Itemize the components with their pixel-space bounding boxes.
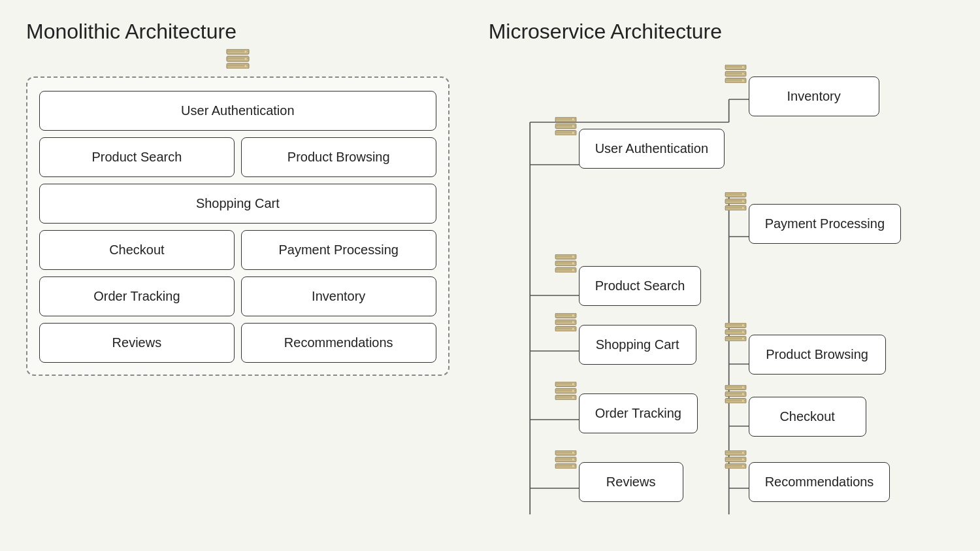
ms-user-auth-item: User Authentication xyxy=(554,129,725,169)
svg-point-84 xyxy=(572,390,574,392)
ms-order-tracking-item: Order Tracking xyxy=(554,393,698,433)
mono-row-3: Order Tracking Inventory xyxy=(39,276,436,316)
ms-product-search-item: Product Search xyxy=(554,266,702,306)
svg-point-83 xyxy=(572,383,574,385)
ms-payment-item: Payment Processing xyxy=(724,204,901,244)
ms-product-browsing: Product Browsing xyxy=(749,335,886,375)
svg-point-38 xyxy=(572,118,574,120)
svg-point-92 xyxy=(742,386,743,388)
svg-point-65 xyxy=(572,314,574,316)
microservice-title: Microservice Architecture xyxy=(489,20,954,44)
ms-shopping-cart-server xyxy=(554,313,578,334)
diagram-container: Monolithic Architecture User Auth xyxy=(26,20,954,551)
monolithic-wrapper: User Authentication Product Search Produ… xyxy=(26,63,449,376)
svg-point-47 xyxy=(742,193,743,195)
ms-reviews-server xyxy=(554,450,578,471)
svg-point-112 xyxy=(742,465,743,467)
mono-user-auth: User Authentication xyxy=(39,91,436,131)
mono-row-2: Checkout Payment Processing xyxy=(39,230,436,270)
svg-point-76 xyxy=(742,338,743,340)
ms-checkout: Checkout xyxy=(749,397,866,437)
mono-product-search: Product Search xyxy=(39,137,235,177)
svg-point-102 xyxy=(572,459,574,461)
svg-point-39 xyxy=(572,125,574,127)
svg-point-31 xyxy=(742,80,743,82)
svg-point-8 xyxy=(244,65,246,67)
ms-product-browsing-item: Product Browsing xyxy=(724,335,886,375)
svg-point-29 xyxy=(742,66,743,68)
svg-point-74 xyxy=(742,324,743,326)
mono-product-browsing: Product Browsing xyxy=(241,137,436,177)
svg-point-111 xyxy=(742,459,743,461)
svg-point-7 xyxy=(244,58,246,60)
ms-product-search-server xyxy=(554,254,578,275)
svg-point-85 xyxy=(572,397,574,399)
svg-point-110 xyxy=(742,452,743,454)
ms-checkout-server xyxy=(724,385,747,406)
mono-checkout: Checkout xyxy=(39,230,235,270)
ms-payment-server xyxy=(724,192,747,213)
svg-point-30 xyxy=(742,73,743,75)
svg-point-66 xyxy=(572,322,574,324)
ms-recommendations-item: Recommendations xyxy=(724,462,890,502)
ms-order-tracking-server xyxy=(554,382,578,403)
mono-order-tracking: Order Tracking xyxy=(39,276,235,316)
ms-user-auth: User Authentication xyxy=(579,129,725,169)
microservice-section: Microservice Architecture xyxy=(489,20,954,551)
ms-recommendations: Recommendations xyxy=(749,462,890,502)
ms-recommendations-server xyxy=(724,450,747,471)
ms-shopping-cart: Shopping Cart xyxy=(579,325,696,365)
monolithic-section: Monolithic Architecture User Auth xyxy=(26,20,449,551)
ms-reviews-item: Reviews xyxy=(554,462,683,502)
ms-user-auth-server xyxy=(554,117,578,138)
monolithic-title: Monolithic Architecture xyxy=(26,20,449,44)
mono-payment-processing: Payment Processing xyxy=(241,230,436,270)
ms-product-browsing-server xyxy=(724,323,747,344)
svg-point-57 xyxy=(572,263,574,265)
microservice-layout: Inventory Use xyxy=(489,63,954,551)
mono-row-4: Reviews Recommendations xyxy=(39,323,436,363)
svg-point-6 xyxy=(244,51,246,53)
svg-point-101 xyxy=(572,452,574,454)
svg-point-49 xyxy=(742,207,743,209)
mono-reviews: Reviews xyxy=(39,323,235,363)
mono-shopping-cart: Shopping Cart xyxy=(39,184,436,224)
ms-inventory-item: Inventory xyxy=(724,76,879,116)
svg-point-94 xyxy=(742,400,743,402)
svg-point-58 xyxy=(572,269,574,271)
ms-shopping-cart-item: Shopping Cart xyxy=(554,325,696,365)
svg-point-67 xyxy=(572,328,574,330)
mono-inventory: Inventory xyxy=(241,276,436,316)
ms-reviews: Reviews xyxy=(579,462,683,502)
svg-point-48 xyxy=(742,201,743,203)
ms-product-search: Product Search xyxy=(579,266,702,306)
svg-point-56 xyxy=(572,256,574,258)
ms-order-tracking: Order Tracking xyxy=(579,393,698,433)
svg-point-75 xyxy=(742,331,743,333)
monolithic-box: User Authentication Product Search Produ… xyxy=(26,76,449,376)
ms-inventory: Inventory xyxy=(749,76,879,116)
svg-point-103 xyxy=(572,465,574,467)
monolithic-server-icon xyxy=(225,49,250,71)
mono-row-1: Product Search Product Browsing xyxy=(39,137,436,177)
svg-point-93 xyxy=(742,393,743,395)
svg-point-40 xyxy=(572,132,574,134)
mono-recommendations: Recommendations xyxy=(241,323,436,363)
ms-inventory-server xyxy=(724,65,747,86)
ms-checkout-item: Checkout xyxy=(724,397,866,437)
ms-payment: Payment Processing xyxy=(749,204,901,244)
